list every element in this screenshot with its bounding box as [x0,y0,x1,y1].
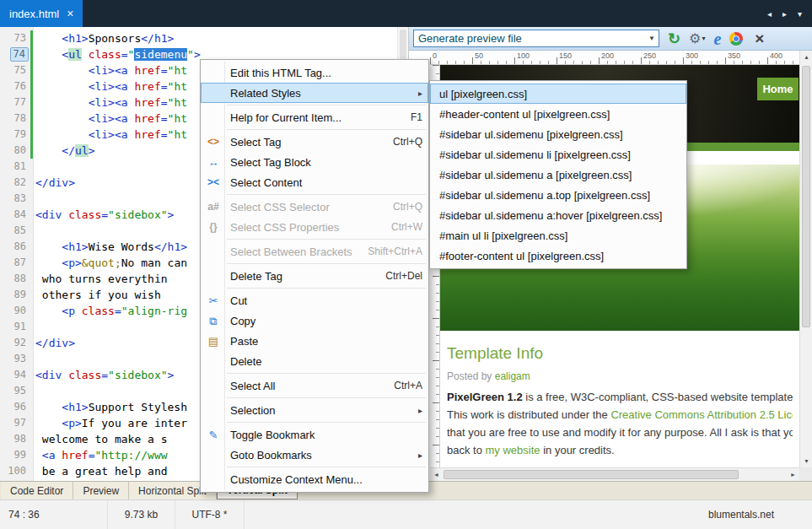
author-link[interactable]: ealigam [495,370,530,382]
line-number: 93 [12,353,29,365]
gutter-row[interactable]: 90 [0,303,33,319]
submenu-item[interactable]: #main ul li [pixelgreen.css] [430,225,686,246]
menu-item-label: Select Content [226,176,414,189]
menu-item-select-tag-block[interactable]: ↔Select Tag Block [201,152,428,172]
chrome-icon-center [733,35,739,42]
menu-item-related-styles[interactable]: Related Styles▸ [201,83,428,103]
horizontal-scroll-thumb[interactable] [444,470,739,479]
gutter-row[interactable]: 79 [0,127,33,143]
submenu-item[interactable]: #header-content ul [pixelgreen.css] [430,104,686,124]
chrome-icon[interactable] [729,32,743,46]
scroll-up-icon[interactable]: ▲ [804,54,809,60]
preview-link[interactable]: Creative Commons Attribution 2.5 License [610,408,793,421]
gutter-row[interactable]: 93 [0,351,33,367]
submenu-item[interactable]: #sidebar ul.sidemenu li [pixelgreen.css] [430,144,686,165]
gutter-row[interactable]: 88 [0,271,33,287]
template-info-heading: Template Info [447,344,793,363]
gutter-row[interactable]: 89 [0,287,33,303]
menu-item-paste[interactable]: ▤Paste [201,331,428,351]
gutter-row[interactable]: 76 [0,78,33,94]
menu-item-help-for-current-item[interactable]: Help for Current Item...F1 [201,107,428,127]
gutter-row[interactable]: 92 [0,335,33,351]
combo-dropdown-icon[interactable]: ▼ [645,35,659,42]
preview-mode-combobox[interactable]: Generate preview file ▼ [413,30,659,47]
file-size: 9.73 kb [108,500,175,529]
home-button[interactable]: Home [757,78,799,100]
submenu-item[interactable]: #sidebar ul.sidemenu a [pixelgreen.css] [430,165,686,185]
gutter-row[interactable]: 95 [0,383,33,399]
scroll-down-icon[interactable]: ▼ [804,458,809,464]
tab-index-html[interactable]: index.html × [0,0,83,27]
bottom-tab-code-editor[interactable]: Code Editor [1,482,73,499]
line-number: 87 [12,256,29,269]
gutter-row[interactable]: 97 [0,415,33,431]
submenu-item[interactable]: #sidebar ul.sidemenu [pixelgreen.css] [430,124,686,144]
menu-item-edit-this-html-tag[interactable]: Edit this HTML Tag... [201,62,428,83]
gutter-row[interactable]: 73 [0,30,33,46]
gutter: 7374757677787980818283848586878889909192… [0,27,34,481]
line-number: 92 [12,337,29,349]
gutter-row[interactable]: 83 [0,191,33,207]
submenu-item[interactable]: ul [pixelgreen.css] [430,84,686,104]
menu-item-delete[interactable]: Delete [201,351,428,371]
menu-item-customize-context-menu[interactable]: Customize Context Menu... [201,469,428,489]
gutter-row[interactable]: 99 [0,447,33,463]
internet-explorer-icon[interactable]: e [713,30,721,47]
preview-close-icon[interactable]: × [755,30,764,46]
gutter-row[interactable]: 84 [0,207,33,223]
scroll-left-icon[interactable]: ◄ [433,472,439,478]
preview-link[interactable]: my website [486,444,540,456]
gutter-row[interactable]: 82 [0,175,33,191]
refresh-icon[interactable]: ↻ [668,31,680,46]
menu-item-select-tag[interactable]: <>Select TagCtrl+Q [201,132,428,152]
gutter-row[interactable]: 74 [0,46,33,62]
menu-item-cut[interactable]: ✂Cut [201,290,428,310]
menu-item-select-all[interactable]: Select AllCtrl+A [201,375,428,396]
tab-scroll-left-icon[interactable]: ◂ [767,9,772,19]
submenu-item[interactable]: #sidebar ul.sidemenu a:hover [pixelgreen… [430,205,686,225]
gutter-row[interactable]: 75 [0,62,33,78]
gutter-row[interactable]: 86 [0,239,33,255]
line-number: 82 [12,176,29,189]
brand-label: blumentals.net [708,500,774,529]
tab-scroll-right-icon[interactable]: ▸ [782,9,787,19]
gutter-row[interactable]: 78 [0,111,33,127]
menu-separator [227,194,426,195]
gutter-row[interactable]: 77 [0,94,33,111]
vertical-scroll-thumb[interactable] [802,66,810,327]
menu-shortcut: Ctrl+Del [377,270,422,282]
code-line[interactable]: <h1>Sponsors</h1> [35,30,397,46]
submenu-item[interactable]: #sidebar ul.sidemenu a.top [pixelgreen.c… [430,185,686,205]
gutter-row[interactable]: 80 [0,143,33,159]
modified-line-marker [30,46,33,62]
menu-item-goto-bookmarks[interactable]: Goto Bookmarks▸ [201,445,428,465]
menu-item-selection[interactable]: Selection▸ [201,400,428,420]
settings-button[interactable]: ⚙ ▾ [689,32,705,46]
preview-vertical-scrollbar[interactable]: ▲ ▼ [799,51,812,467]
menu-item-label: Delete [226,355,414,368]
gutter-row[interactable]: 100 [0,463,33,479]
gutter-row[interactable]: 87 [0,255,33,271]
gutter-row[interactable]: 81 [0,159,33,175]
gutter-row[interactable]: 98 [0,431,33,447]
menu-item-delete-tag[interactable]: Delete TagCtrl+Del [201,266,428,286]
submenu-item[interactable]: #footer-content ul [pixelgreen.css] [430,246,686,266]
posted-by-line: Posted by ealigam [447,370,793,382]
preview-toolbar: Generate preview file ▼ ↻ ⚙ ▾ e × [409,27,812,51]
bottom-tab-preview[interactable]: Preview [73,482,129,499]
gutter-row[interactable]: 85 [0,223,33,239]
tab-list-icon[interactable]: ▾ [798,9,802,19]
related-styles-submenu: ul [pixelgreen.css]#header-content ul [p… [429,80,687,269]
scroll-right-icon[interactable]: ► [790,472,796,478]
menu-item-copy[interactable]: ⧉Copy [201,310,428,331]
menu-separator [227,129,426,130]
menu-item-toggle-bookmark[interactable]: ✎Toggle Bookmark [201,424,428,445]
gutter-row[interactable]: 94 [0,367,33,383]
line-number: 76 [12,80,29,93]
tab-close-icon[interactable]: × [67,8,73,19]
line-number: 96 [12,401,29,413]
preview-horizontal-scrollbar[interactable]: ◄ ► [430,467,799,481]
gutter-row[interactable]: 96 [0,399,33,415]
gutter-row[interactable]: 91 [0,319,33,335]
menu-item-select-content[interactable]: ><Select Content [201,172,428,192]
